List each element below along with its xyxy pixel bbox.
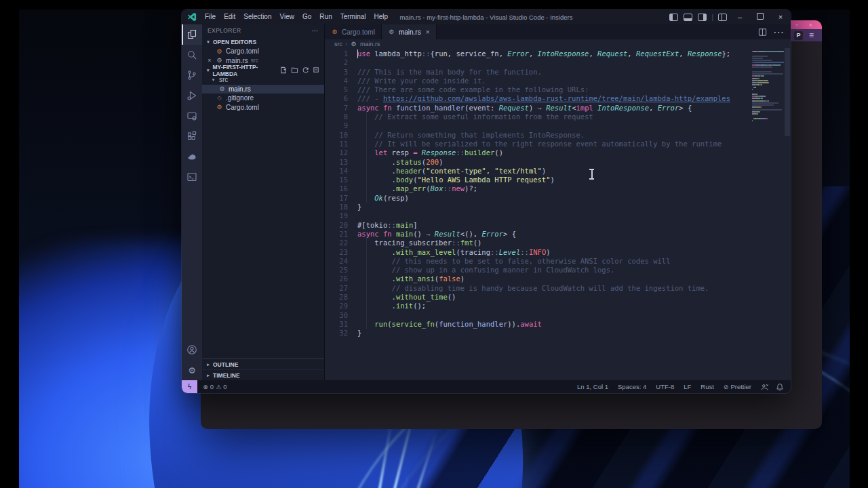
breadcrumb-file[interactable]: main.rs [360,41,380,47]
menu-item-file[interactable]: File [201,9,220,24]
code-line[interactable]: 29 .init(); [325,302,749,310]
code-line[interactable]: 5/// There are some code example in the … [325,85,749,94]
account-icon[interactable] [182,340,202,360]
code-line[interactable]: 25 // show up in a confusing manner in C… [325,266,749,274]
outline-header[interactable]: ▸ OUTLINE [202,359,324,369]
code-line[interactable]: 23 .with_max_level(tracing::Level::INFO) [325,248,749,257]
code-line[interactable]: 19 [325,211,749,220]
code-line[interactable]: 26 .with_ansi(false) [325,274,749,283]
open-editor-item[interactable]: ⚙Cargo.toml [202,47,324,56]
file-item-main.rs[interactable]: ⚙main.rs [202,85,324,94]
maximize-button[interactable] [750,9,770,24]
toggle-secondary-sidebar-icon[interactable] [698,14,707,21]
code-line[interactable]: 8 // Extract some useful information fro… [325,113,749,121]
timeline-header[interactable]: ▸ TIMELINE [202,369,324,380]
code-editor[interactable]: 1use lambda_http::{run, service_fn, Erro… [325,48,749,380]
settings-gear-icon[interactable]: ⚙ [182,360,202,380]
terminal-panel-icon[interactable] [182,167,202,187]
extensions-icon[interactable] [182,126,202,146]
code-line[interactable]: 6/// - https://github.com/awslabs/aws-la… [325,94,749,103]
code-line[interactable]: 16 .map_err(Box::new)?; [325,184,749,193]
tab-main.rs[interactable]: ⚙main.rs× [382,24,437,39]
code-line[interactable]: 4/// Write your code inside it. [325,77,749,85]
scrollbar[interactable] [783,48,791,380]
file-item-gitignore[interactable]: ◇.gitignore [202,94,324,103]
code-line[interactable]: 22 tracing_subscriber::fmt() [325,239,749,247]
bg-maximize-icon[interactable]: ▫ [796,21,798,29]
titlebar[interactable]: FileEditSelectionViewGoRunTerminalHelp m… [182,9,791,24]
status-ln-1-col-1[interactable]: Ln 1, Col 1 [577,383,608,390]
scrollbar-thumb[interactable] [785,48,790,136]
code-line[interactable]: 31 run(service_fn(function_handler)).awa… [325,320,749,329]
breadcrumb[interactable]: src › ⚙ main.rs [325,39,791,48]
code-line[interactable]: 2 [325,58,749,67]
code-line[interactable]: 30 [325,311,749,320]
folder-header[interactable]: ▾ MY-FIRST-HTTP-LAMBDA [202,65,324,75]
code-line[interactable]: 7async fn function_handler(event: Reques… [325,104,749,113]
source-control-icon[interactable] [182,65,202,85]
code-line[interactable]: 32} [325,329,749,338]
status-prettier[interactable]: ⊘Prettier [724,383,751,390]
minimize-button[interactable]: – [730,9,750,24]
code-line[interactable]: 20#[tokio::main] [325,221,749,230]
run-debug-icon[interactable] [182,85,202,106]
minimap[interactable] [749,48,783,380]
menu-item-run[interactable]: Run [315,9,336,24]
status-rust[interactable]: Rust [701,383,714,390]
customize-layout-icon[interactable] [718,14,727,21]
code-line[interactable]: 1use lambda_http::{run, service_fn, Erro… [325,49,749,58]
toggle-sidebar-icon[interactable] [669,14,678,21]
open-editors-header[interactable]: ▾ OPEN EDITORS [202,37,324,47]
menu-item-selection[interactable]: Selection [239,9,275,24]
close-icon[interactable]: × [426,28,430,36]
code-text: .map_err(Box::new)?; [348,184,477,193]
refresh-icon[interactable] [302,66,309,74]
code-line[interactable]: 12 let resp = Response::builder() [325,148,749,157]
docker-icon[interactable] [182,146,202,167]
file-name: .gitignore [226,94,254,102]
code-line[interactable]: 21async fn main() → Result<(), Error> { [325,230,749,239]
menu-item-terminal[interactable]: Terminal [336,9,370,24]
status-lf[interactable]: LF [684,383,691,390]
close-button[interactable]: × [770,9,791,24]
feedback-icon[interactable] [761,383,769,391]
code-line[interactable]: 15 .body("Hello AWS Lambda HTTP request"… [325,176,749,184]
code-line[interactable]: 24 // this needs to be set to false, oth… [325,257,749,266]
status-utf-8[interactable]: UTF-8 [656,383,674,390]
split-editor-icon[interactable] [758,28,767,37]
menu-item-edit[interactable]: Edit [220,9,239,24]
code-line[interactable]: 28 .without_time() [325,293,749,302]
folder-item-src[interactable]: ▾src [202,75,324,85]
bg-close-icon[interactable]: × [809,21,812,29]
breadcrumb-dir[interactable]: src [334,41,342,47]
new-folder-icon[interactable] [291,66,298,74]
file-item-Cargo.toml[interactable]: ⚙Cargo.toml [202,103,324,113]
bell-icon[interactable] [776,383,784,391]
toggle-panel-icon[interactable] [684,14,692,21]
code-line[interactable]: 9 [325,121,749,130]
hamburger-menu-icon[interactable]: ≡ [809,32,814,39]
remote-indicator[interactable]: ϟ [182,380,197,393]
explorer-icon[interactable] [182,24,202,45]
explorer-more-icon[interactable]: ⋯ [312,27,319,35]
menu-item-help[interactable]: Help [370,9,393,24]
menu-item-view[interactable]: View [276,9,299,24]
problems-indicator[interactable]: ⊗ 0 ⚠ 0 [203,383,226,390]
gear-gray-file-icon: ⚙ [218,85,226,92]
code-line[interactable]: 10 // Return something that implements I… [325,131,749,140]
collapse-all-icon[interactable] [313,66,320,74]
code-line[interactable]: 14 .header("content-type", "text/html") [325,167,749,176]
menu-item-go[interactable]: Go [298,9,315,24]
code-line[interactable]: 17 Ok(resp) [325,194,749,203]
search-icon[interactable] [182,45,202,65]
tab-cargo.toml[interactable]: ⚙Cargo.toml [325,24,382,39]
code-line[interactable]: 11 // It will be serialized to the right… [325,140,749,148]
code-line[interactable]: 3/// This is the main body for the funct… [325,68,749,77]
code-line[interactable]: 18} [325,203,749,211]
code-line[interactable]: 13 .status(200) [325,158,749,167]
new-file-icon[interactable] [280,66,288,74]
remote-explorer-icon[interactable] [182,106,202,126]
code-line[interactable]: 27 // disabling time is handy because Cl… [325,284,749,293]
editor-more-icon[interactable]: ⋯ [773,26,784,39]
status-spaces-4[interactable]: Spaces: 4 [618,383,646,390]
